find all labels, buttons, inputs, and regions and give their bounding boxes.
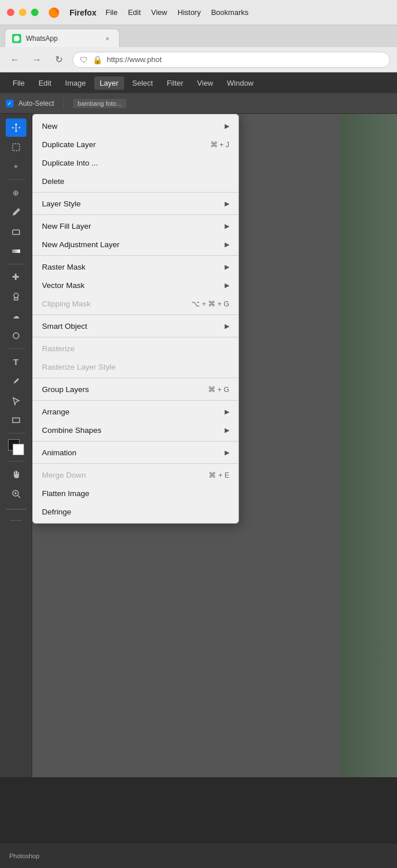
menu-item-layer-style[interactable]: Layer Style▶ [33,194,238,213]
hand-tool[interactable] [6,465,26,483]
brush-tool[interactable] [6,203,26,221]
menu-item-combine-shapes[interactable]: Combine Shapes▶ [33,421,238,439]
submenu-arrow-raster-mask: ▶ [225,263,229,271]
tool-divider-5 [7,461,25,462]
menu-item-new[interactable]: New▶ [33,117,238,135]
menu-bookmarks[interactable]: Bookmarks [211,8,248,17]
menu-history[interactable]: History [178,8,201,17]
menu-item-new-fill-layer[interactable]: New Fill Layer▶ [33,217,238,235]
svg-line-9 [18,496,20,498]
menu-file[interactable]: File [106,8,118,17]
menu-item-label-rasterize-layer-style: Rasterize Layer Style [42,363,229,371]
ps-menu-select[interactable]: Select [126,76,159,90]
whatsapp-tab[interactable]: WhatsApp × [5,29,120,47]
menu-separator-after-rasterize-layer-style [33,378,238,378]
status-bar: Photoshop [0,843,397,868]
app-menu-bar: File Edit Image Layer Select Filter View… [0,72,397,93]
back-button[interactable]: ← [7,52,23,68]
healing-tool[interactable]: ✚ [6,268,26,286]
ps-menu-edit[interactable]: Edit [33,76,57,90]
move-tool[interactable] [6,118,26,137]
svg-point-6 [13,333,19,339]
document-tab[interactable]: bambang foto... [73,99,126,108]
ps-menu-file[interactable]: File [7,76,30,90]
menu-separator-after-combine-shapes [33,441,238,441]
submenu-arrow-vector-mask: ▶ [225,282,229,289]
ps-menu-window[interactable]: Window [221,76,259,90]
pen-tool[interactable] [6,372,26,390]
tool-divider-4 [7,433,25,433]
submenu-arrow-combine-shapes: ▶ [225,427,229,434]
tool-divider-1 [7,179,25,180]
ps-menu-image[interactable]: Image [59,76,91,90]
photoshop-main: ⌖ ⊕ ✚ ☁ [0,114,397,777]
menu-item-duplicate-layer[interactable]: Duplicate Layer⌘ + J [33,135,238,153]
background-color[interactable] [13,444,24,455]
svg-rect-7 [13,418,20,423]
dodge-tool[interactable] [6,327,26,345]
menu-item-label-clipping-mask: Clipping Mask [42,299,178,308]
maximize-button[interactable] [31,9,38,16]
submenu-arrow-smart-object: ▶ [225,322,229,330]
ps-menu-filter[interactable]: Filter [161,76,189,90]
menu-separator-after-layer-style [33,214,238,215]
transform-tool[interactable]: ⊕ [6,183,26,202]
menu-item-label-duplicate-into: Duplicate Into ... [42,159,229,167]
menu-item-raster-mask[interactable]: Raster Mask▶ [33,258,238,276]
stamp-tool[interactable] [6,287,26,306]
minimize-button[interactable] [19,9,26,16]
menu-separator-after-smart-object [33,337,238,337]
svg-rect-5 [14,298,18,300]
shape-tool[interactable] [6,411,26,429]
ps-menu-layer[interactable]: Layer [94,76,125,90]
menu-item-label-group-layers: Group Layers [42,385,194,394]
auto-select-label: Auto-Select [18,99,54,107]
title-bar-menus: File Edit View History Bookmarks [106,8,249,17]
text-tool[interactable]: T [6,352,26,371]
eraser-tool[interactable] [6,222,26,241]
submenu-arrow-arrange: ▶ [225,408,229,416]
auto-select-checkbox[interactable]: ✓ [6,99,14,107]
menu-item-new-adjustment-layer[interactable]: New Adjustment Layer▶ [33,235,238,254]
menu-view[interactable]: View [151,8,167,17]
menu-item-label-arrange: Arrange [42,408,220,416]
menu-item-flatten-image[interactable]: Flatten Image [33,484,238,502]
menu-item-smart-object[interactable]: Smart Object▶ [33,317,238,335]
url-bar[interactable]: 🛡 🔒 https://www.phot [72,52,390,68]
menu-item-label-raster-mask: Raster Mask [42,263,220,271]
menu-item-duplicate-into[interactable]: Duplicate Into ... [33,153,238,172]
color-swatches[interactable] [8,439,24,455]
menu-item-vector-mask[interactable]: Vector Mask▶ [33,276,238,294]
menu-item-animation[interactable]: Animation▶ [33,443,238,462]
menu-item-arrange[interactable]: Arrange▶ [33,402,238,421]
misc-tool[interactable]: ⋯⋯ [6,511,26,529]
app-name: Firefox [70,8,97,17]
tab-close-button[interactable]: × [103,34,112,43]
close-button[interactable] [7,9,14,16]
menu-item-delete[interactable]: Delete [33,172,238,190]
lasso-tool[interactable]: ⌖ [6,158,26,176]
zoom-tool[interactable] [6,485,26,503]
svg-rect-3 [12,249,20,253]
shield-icon: 🛡 [80,55,88,64]
menu-item-label-new-adjustment-layer: New Adjustment Layer [42,240,220,249]
forward-button[interactable]: → [29,52,45,68]
ps-menu-view[interactable]: View [191,76,219,90]
menu-item-label-layer-style: Layer Style [42,199,220,208]
selection-tool[interactable] [6,138,26,156]
url-text: https://www.phot [107,55,161,64]
left-toolbar: ⌖ ⊕ ✚ ☁ [0,114,32,777]
menu-item-group-layers[interactable]: Group Layers⌘ + G [33,380,238,398]
path-select-tool[interactable] [6,391,26,410]
menu-separator-after-delete [33,192,238,193]
submenu-arrow-animation: ▶ [225,449,229,456]
menu-edit[interactable]: Edit [128,8,141,17]
tabs-bar: WhatsApp × [0,25,397,47]
menu-item-rasterize-layer-style: Rasterize Layer Style [33,358,238,376]
tab-title: WhatsApp [26,34,98,43]
menu-item-label-vector-mask: Vector Mask [42,281,220,290]
smudge-tool[interactable]: ☁ [6,307,26,325]
gradient-tool[interactable] [6,242,26,260]
reload-button[interactable]: ↻ [51,52,67,68]
menu-item-defringe[interactable]: Defringe [33,502,238,521]
